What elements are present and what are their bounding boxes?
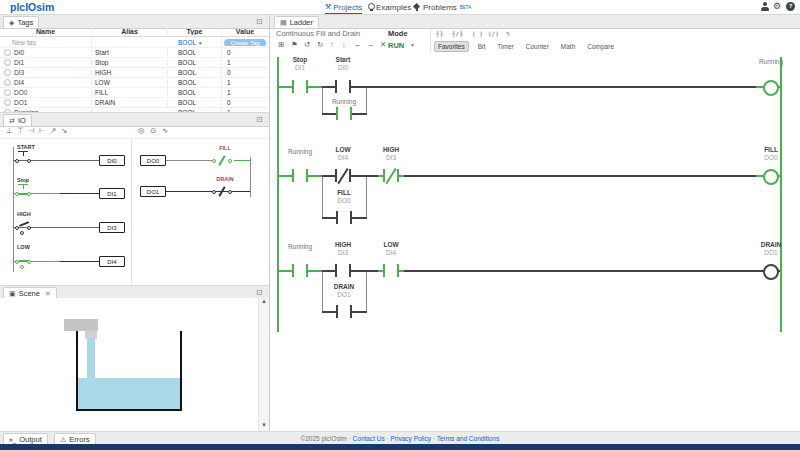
col-type[interactable]: Type	[168, 28, 222, 35]
category-compare[interactable]: Compare	[584, 42, 617, 51]
new-tag-input[interactable]: New tag	[0, 39, 92, 46]
app-logo[interactable]: plcIOsim	[10, 1, 54, 13]
switch-high[interactable]	[15, 226, 19, 230]
move-right-icon[interactable]: →	[367, 40, 375, 50]
contact-start[interactable]	[335, 80, 351, 93]
chevron-down-icon[interactable]: ▼	[410, 42, 415, 48]
contact-high-nc[interactable]	[383, 169, 399, 182]
category-timer[interactable]: Timer	[494, 42, 516, 51]
lamp-fill[interactable]	[212, 159, 216, 163]
lamp-tool-icon[interactable]: ◎	[138, 126, 145, 136]
table-row[interactable]: DI4 LOW BOOL 1	[0, 78, 269, 88]
selector-open-tool-icon[interactable]: ↗	[50, 126, 56, 136]
move-down-icon[interactable]: ↓	[342, 40, 346, 50]
tag-select-radio[interactable]	[4, 49, 11, 56]
contact-nc-icon[interactable]: ┤/├	[452, 30, 463, 38]
scroll-up-icon[interactable]: ▲	[261, 298, 267, 304]
pushbutton-no-tool-icon[interactable]: ⊥	[6, 126, 13, 136]
scroll-down-icon[interactable]: ▼	[261, 422, 267, 428]
category-counter[interactable]: Counter	[523, 42, 552, 51]
tag-select-radio[interactable]	[4, 59, 11, 66]
meter-tool-icon[interactable]: ⊙	[150, 126, 156, 136]
input-address-box[interactable]: DI1	[99, 188, 125, 199]
input-device-label: LOW	[17, 244, 30, 250]
close-icon[interactable]: ✕	[45, 290, 51, 298]
tag-select-radio[interactable]	[4, 69, 11, 76]
io-left-rail	[13, 147, 14, 272]
scene-scrollbar[interactable]: ▲ ▼	[258, 298, 269, 431]
io-expand-icon[interactable]: ⊡	[256, 115, 263, 124]
contact-low[interactable]	[383, 264, 399, 277]
contact-low-nc[interactable]	[335, 169, 351, 182]
contact-running[interactable]	[292, 264, 308, 277]
pushbutton-start[interactable]	[15, 159, 19, 163]
contact-running[interactable]	[292, 169, 308, 182]
col-name[interactable]: Name	[0, 28, 92, 35]
move-up-icon[interactable]: ↑	[330, 40, 334, 50]
user-account-icon[interactable]	[760, 2, 769, 11]
tags-expand-icon[interactable]: ⊡	[256, 17, 263, 26]
category-math[interactable]: Math	[558, 42, 578, 51]
pushbutton-nc-tool-icon[interactable]: ⊤	[17, 126, 24, 136]
col-value[interactable]: Value	[222, 28, 268, 35]
undo-icon[interactable]: ↺	[304, 40, 310, 50]
type-select[interactable]: BOOL ▼	[168, 39, 222, 46]
contact-high[interactable]	[335, 264, 351, 277]
lamp-drain[interactable]	[212, 190, 216, 194]
select-tool-icon[interactable]: ⊞	[278, 40, 284, 50]
tab-problems[interactable]: Problems BETA	[413, 1, 471, 13]
mode-select[interactable]: RUN	[388, 41, 404, 50]
input-device-label: START	[17, 144, 35, 150]
table-row[interactable]: DO0 FILL BOOL 1	[0, 88, 269, 98]
selector-closed-tool-icon[interactable]: ↘	[61, 126, 67, 136]
table-row[interactable]: DO1 DRAIN BOOL 0	[0, 98, 269, 108]
contact-stop[interactable]	[292, 80, 308, 93]
contact-running-sealin[interactable]	[336, 107, 352, 120]
input-address-box[interactable]: DI0	[99, 155, 125, 166]
scene-expand-icon[interactable]: ⊡	[256, 288, 263, 297]
toggle-switch2-tool-icon[interactable]: ⊢	[39, 126, 46, 136]
coil-running[interactable]	[763, 80, 779, 96]
settings-gear-icon[interactable]: ⚙	[773, 1, 781, 11]
terms-link[interactable]: Terms and Conditions	[437, 435, 500, 442]
privacy-policy-link[interactable]: Privacy Policy	[391, 435, 431, 442]
contact-us-link[interactable]: Contact Us	[353, 435, 385, 442]
coil-negated-icon[interactable]: (/)	[488, 30, 499, 38]
coil-drain[interactable]	[763, 264, 779, 280]
col-alias[interactable]: Alias	[92, 28, 168, 35]
delete-icon[interactable]: ✕	[380, 40, 386, 50]
contact-fill-sealin[interactable]	[336, 211, 352, 224]
input-address-box[interactable]: DI3	[99, 222, 125, 233]
table-row[interactable]: DI3 HIGH BOOL 0	[0, 68, 269, 78]
table-row[interactable]: DI1 Stop BOOL 1	[0, 58, 269, 68]
contact-drain-sealin[interactable]	[336, 305, 352, 318]
help-icon[interactable]: ?	[786, 2, 795, 11]
coil-fill[interactable]	[763, 169, 779, 185]
mode-label: Mode	[388, 29, 408, 38]
tab-projects[interactable]: ⚒ Projects	[325, 1, 362, 15]
tag-select-radio[interactable]	[4, 99, 11, 106]
flag-icon[interactable]: ⚑	[291, 40, 298, 50]
output-address-box[interactable]: DO0	[140, 155, 166, 166]
branch-icon[interactable]: ↰	[506, 30, 510, 38]
water-stream	[87, 338, 95, 379]
redo-icon[interactable]: ↻	[317, 40, 323, 50]
contact-no-icon[interactable]: ┤├	[436, 30, 443, 38]
category-favorites[interactable]: Favorites	[434, 41, 469, 52]
tag-select-radio[interactable]	[4, 89, 11, 96]
panel-divider[interactable]	[269, 14, 270, 431]
coil-icon[interactable]: ( )	[472, 30, 483, 38]
tab-examples[interactable]: Examples	[368, 1, 411, 13]
input-address-box[interactable]: DI4	[99, 256, 125, 267]
tag-select-radio[interactable]	[4, 79, 11, 86]
create-tag-button[interactable]: Create Tag	[224, 39, 265, 46]
category-bit[interactable]: Bit	[475, 42, 489, 51]
output-address-box[interactable]: DO1	[140, 186, 166, 197]
wave-tool-icon[interactable]: ∿	[162, 126, 168, 136]
input-device-label: Stop	[17, 177, 29, 183]
tab-io[interactable]: ⇄ IO	[3, 114, 32, 126]
ladder-toolbar: Continuous Fill and Drain Mode RUN ▼ ⊞ ⚑…	[270, 27, 800, 56]
table-row[interactable]: DI0 Start BOOL 0	[0, 48, 269, 58]
toggle-switch-tool-icon[interactable]: ⊣	[28, 126, 35, 136]
move-left-icon[interactable]: ←	[354, 40, 362, 50]
